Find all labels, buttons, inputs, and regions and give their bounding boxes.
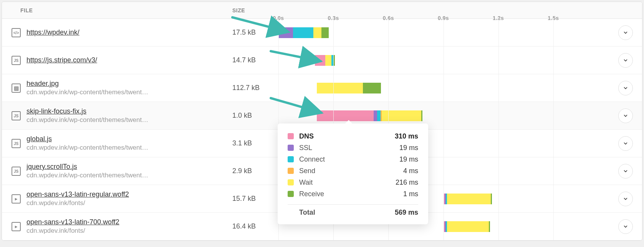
file-subtext: cdn.wpdev.ink/wp-content/themes/twent… [26,144,148,152]
tooltip-item: SSL19 ms [288,142,418,154]
expand-button[interactable] [618,108,633,123]
size-cell: 14.7 kB [232,56,278,64]
timing-bar[interactable] [278,27,329,38]
header-file: FILE [2,7,232,13]
expand-button[interactable] [618,192,633,206]
segment-ssl [278,27,293,38]
tooltip-value: 216 ms [396,179,418,187]
segment-ssl [374,110,377,121]
size-cell: 1.0 kB [232,112,278,120]
expand-button[interactable] [618,136,633,151]
tooltip-label: Connect [299,155,399,164]
header-size: SIZE [232,7,278,13]
timing-bar[interactable] [444,194,492,204]
chevron-down-icon [623,58,628,63]
tooltip-label: SSL [299,144,399,152]
timeline-cell [278,47,642,74]
connect-swatch-icon [288,156,294,162]
timing-tooltip: DNS310 msSSL19 msConnect19 msSend4 msWai… [278,124,428,224]
file-link[interactable]: open-sans-v13-latin-700.woff2 [26,218,119,226]
dns-swatch-icon [288,133,294,139]
segment-wait [447,194,491,204]
segment-receive [491,194,492,204]
expand-button[interactable] [618,53,633,68]
js-file-icon [11,111,21,121]
tooltip-value: 4 ms [403,167,418,175]
tooltip-label: Send [299,167,403,175]
send-swatch-icon [288,168,294,174]
size-cell: 2.9 kB [232,167,278,175]
file-link[interactable]: header.jpg [26,80,148,88]
tooltip-item: Receive1 ms [288,188,418,200]
file-cell: https://js.stripe.com/v3/ [2,55,232,65]
js-file-icon [11,139,21,149]
file-cell: open-sans-v13-latin-regular.woff2cdn.wpd… [2,190,232,207]
timeline-cell [278,19,642,46]
tooltip-item: DNS310 ms [288,130,418,142]
size-cell: 3.1 kB [232,139,278,147]
segment-wait [317,83,363,93]
timing-bar[interactable] [444,221,490,232]
file-subtext: cdn.wpdev.ink/wp-content/themes/twent… [26,116,148,124]
file-link[interactable]: https://js.stripe.com/v3/ [26,56,97,64]
tooltip-item: Send4 ms [288,165,418,177]
file-link[interactable]: skip-link-focus-fix.js [26,107,148,115]
chevron-down-icon [623,113,628,118]
expand-button[interactable] [618,25,633,40]
tooltip-item: Wait216 ms [288,177,418,188]
tooltip-label: DNS [299,132,395,140]
img-file-icon [11,83,21,93]
file-link[interactable]: open-sans-v13-latin-regular.woff2 [26,190,129,199]
ssl-swatch-icon [288,145,294,151]
expand-button[interactable] [618,219,633,234]
size-cell: 17.5 kB [232,28,278,37]
tooltip-value: 1 ms [403,190,418,198]
js-file-icon [11,55,21,65]
segment-receive [363,83,381,93]
chevron-down-icon [623,224,628,229]
font-file-icon [11,222,21,232]
tooltip-label: Wait [299,179,396,187]
tooltip-value: 19 ms [399,144,418,152]
html-file-icon [11,28,21,38]
segment-receive [333,55,335,66]
js-file-icon [11,166,21,176]
file-link[interactable]: jquery.scrollTo.js [26,163,148,171]
timing-bar[interactable] [315,55,335,66]
receive-swatch-icon [288,191,294,197]
size-cell: 112.7 kB [232,84,278,92]
file-cell: open-sans-v13-latin-700.woff2cdn.wpdev.i… [2,218,232,235]
tooltip-caret-icon [344,120,353,124]
segment-receive [489,221,490,232]
segment-receive [321,27,329,38]
timeline-cell [278,74,642,102]
file-cell: global.jscdn.wpdev.ink/wp-content/themes… [2,135,232,152]
segment-wait [447,221,489,232]
waterfall-panel: FILE SIZE 0.0s0.3s0.6s0.9s1.2s1.5s https… [2,2,642,241]
table-row[interactable]: https://js.stripe.com/v3/14.7 kB [2,47,642,74]
expand-button[interactable] [618,81,633,95]
size-cell: 15.7 kB [232,195,278,203]
file-subtext: cdn.wpdev.ink/fonts/ [26,199,129,207]
chevron-down-icon [623,196,628,202]
file-cell: https://wpdev.ink/ [2,28,232,38]
segment-wait [325,55,332,66]
segment-connect [377,110,381,121]
file-link[interactable]: global.js [26,135,148,143]
file-link[interactable]: https://wpdev.ink/ [26,28,79,37]
font-file-icon [11,194,21,204]
tooltip-value: 19 ms [399,155,418,164]
tooltip-total-value: 569 ms [395,209,418,217]
table-row[interactable]: https://wpdev.ink/17.5 kB [2,19,642,47]
file-cell: header.jpgcdn.wpdev.ink/wp-content/theme… [2,80,232,96]
timing-bar[interactable] [317,83,381,93]
chevron-down-icon [623,85,628,91]
expand-button[interactable] [618,164,633,179]
file-subtext: cdn.wpdev.ink/wp-content/themes/twent… [26,172,148,179]
table-row[interactable]: header.jpgcdn.wpdev.ink/wp-content/theme… [2,74,642,102]
tooltip-item: Connect19 ms [288,154,418,165]
chevron-down-icon [623,141,628,146]
timing-bar[interactable] [317,110,422,121]
tooltip-total-label: Total [299,209,395,217]
size-cell: 16.4 kB [232,222,278,230]
